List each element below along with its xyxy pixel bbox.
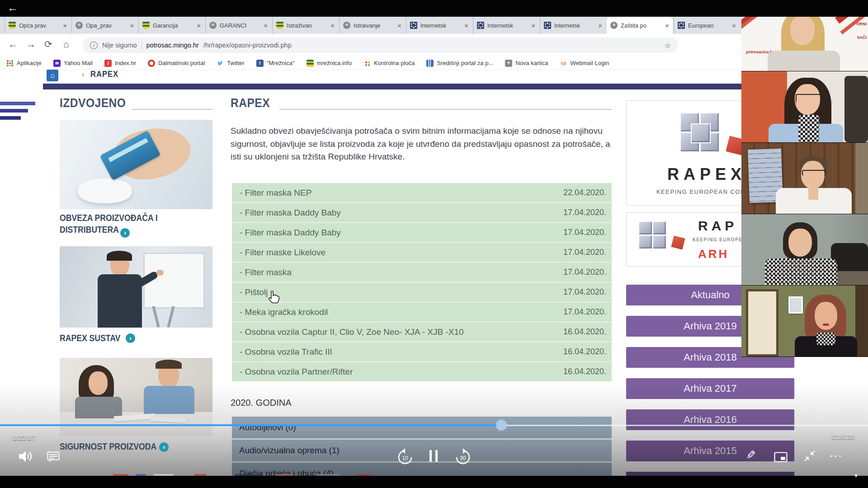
tab-close-icon[interactable]: × [732,22,736,29]
tab-title: Istraživan [287,22,327,29]
product-row[interactable]: - Filter maska17.04.2020. [232,263,612,282]
featured-card-image-rapex-sustav[interactable] [60,246,212,328]
bookmark-webmail-login[interactable]: cpWebmail Login [560,60,609,67]
tab-close-icon[interactable]: × [598,22,602,29]
player-top-bar: ← [0,0,868,17]
product-date: 16.04.2020. [563,367,606,376]
tab-internetsk[interactable]: Internetsk× [473,17,539,34]
player-back-arrow-icon[interactable]: ← [7,1,18,14]
breadcrumb-home-icon[interactable]: ⌂ [47,70,58,81]
subtitles-icon[interactable] [47,451,60,463]
tab-title: Internetsk [420,22,461,29]
bookmark-label: Nova kartica [515,60,548,66]
more-arrow-icon[interactable]: › [159,442,169,452]
globe-favicon-icon [75,22,83,29]
featured-heading: IZDVOJENO [60,96,126,110]
bookmark-mre-nica-info[interactable]: mrežnica.info [307,60,352,67]
address-bar[interactable]: i Nije sigurno potrosac.mingo.hr /hr/rap… [83,38,678,53]
more-arrow-icon[interactable]: › [120,228,130,238]
tab-close-icon[interactable]: × [531,22,535,29]
rewind-10-icon[interactable]: 10 [396,448,414,466]
product-row[interactable]: - Osobna vozila Captur II, Clio V, Zoe N… [232,322,612,342]
product-row[interactable]: - Filter maska NEP22.04.2020. [232,183,612,202]
picture-in-picture-icon[interactable] [774,452,788,462]
address-divider [142,41,142,49]
video-conference-screen-share: Opća prav×Opa_prav×Garancija×GARANCI×Ist… [0,0,868,488]
tab-za-tita-po[interactable]: Zaštita po× [607,17,673,34]
tab-internetsk[interactable]: Internetsk× [406,17,472,34]
tab-garancija[interactable]: Garancija× [138,17,204,34]
tab-close-icon[interactable]: × [264,22,268,29]
shield-favicon-icon [142,22,150,29]
cp-bookmark-icon: cp [560,60,567,67]
product-name: - Osobna vozila Captur II, Clio V, Zoe N… [240,327,464,337]
product-row[interactable]: - Pištolj17.04.2020. [232,282,612,302]
bookmark-kontrolna-plo-a[interactable]: Kontrolna ploča [363,60,415,67]
tab-close-icon[interactable]: × [130,22,134,29]
bookmark-twitter[interactable]: Twitter [217,60,244,67]
bookmark-yahoo-mail[interactable]: ✉Yahoo Mail [53,60,93,67]
tab-close-icon[interactable]: × [397,22,401,29]
pause-button[interactable] [429,450,439,463]
bookmark-label: Kontrolna ploča [374,60,415,66]
product-row[interactable]: - Meka igračka krokodil17.04.2020. [232,302,612,322]
bookmark-aplikacije[interactable]: Aplikacije [6,60,42,67]
product-name: - Osobna vozila Trafic III [240,347,332,357]
bookmark-star-icon[interactable]: ☆ [665,41,671,50]
exit-fullscreen-icon[interactable] [803,449,816,463]
product-row[interactable]: - Filter maska Daddy Baby17.04.2020. [232,203,612,222]
browser-forward-icon[interactable]: → [26,39,36,50]
annotate-pencil-icon[interactable]: ✎ [746,448,756,462]
tab-close-icon[interactable]: × [330,22,335,29]
sidebar-button-label: Aktualno [691,289,730,301]
shield-favicon-icon [9,22,16,29]
tab-opa-prav[interactable]: Opa_prav× [71,17,137,34]
tab-european[interactable]: European× [674,17,740,34]
product-row[interactable]: - Filter maske Likelove17.04.2020. [232,243,612,262]
tab-close-icon[interactable]: × [63,22,67,29]
tab-close-icon[interactable]: × [197,22,201,29]
progress-bar-remaining[interactable] [503,425,868,426]
tab-op-a-prav[interactable]: Opća prav× [5,17,71,34]
globe-favicon-icon [209,22,217,29]
bookmark-dalmatinski-portal[interactable]: Dalmatinski portal [148,60,205,67]
bookmark-index-hr[interactable]: JIndex.hr [104,60,136,67]
progress-handle[interactable] [496,420,506,430]
tab-internetsk[interactable]: Internetsk× [540,17,606,34]
bookmark-nova-kartica[interactable]: Nova kartica [505,60,548,67]
forward-30-icon[interactable]: 30 [454,448,472,466]
tab-close-icon[interactable]: × [665,22,669,29]
progress-bar-played[interactable] [0,424,503,426]
participant-video-3 [741,143,868,214]
more-arrow-icon[interactable]: › [126,333,135,343]
tab-close-icon[interactable]: × [464,22,468,29]
tab-garanci[interactable]: GARANCI× [205,17,271,34]
tab-title: European [688,22,729,29]
featured-card-image-obveza[interactable] [60,120,212,209]
browser-back-icon[interactable]: ← [8,39,18,50]
featured-card-caption[interactable]: RAPEX SUSTAV [60,333,187,344]
bookmark-label: mrežnica.info [317,60,352,66]
bookmark-label: Dalmatinski portal [158,60,205,66]
more-options-icon[interactable]: ··· [830,451,843,461]
bookmark--mre-nica-[interactable]: f"Mrežnica" [256,60,295,67]
product-name: - Filter maska NEP [240,188,311,198]
breadcrumb-chevron: › [82,70,84,79]
product-row[interactable]: - Filter maska Daddy Baby17.04.2020. [232,223,612,242]
product-name: - Meka igračka krokodil [240,307,328,317]
bookmark-sredi-nji-portal-za-p-[interactable]: Središnji portal za p... [426,60,493,67]
rapex-arhiva-subtitle: KEEPING EUROPEA [693,237,746,242]
participant-video-2 [741,71,868,143]
tab-title: Opa_prav [86,22,127,29]
tab-istra-ivan[interactable]: Istraživan× [272,17,338,34]
browser-reload-icon[interactable]: ⟳ [44,39,52,50]
bookmark-label: Aplikacije [17,60,42,66]
rapex-logo-text: RAPEX [667,165,746,184]
site-info-icon[interactable]: i [90,42,98,49]
product-row[interactable]: - Osobna vozila Partner/Rifter16.04.2020… [232,362,612,381]
volume-icon[interactable] [18,450,33,463]
product-row[interactable]: - Osobna vozila Trafic III16.04.2020. [232,342,612,361]
browser-home-icon[interactable]: ⌂ [63,39,69,50]
chevron-down-icon[interactable]: ▾ [854,472,858,479]
tab-istraivanje[interactable]: Istraivanje× [339,17,405,34]
